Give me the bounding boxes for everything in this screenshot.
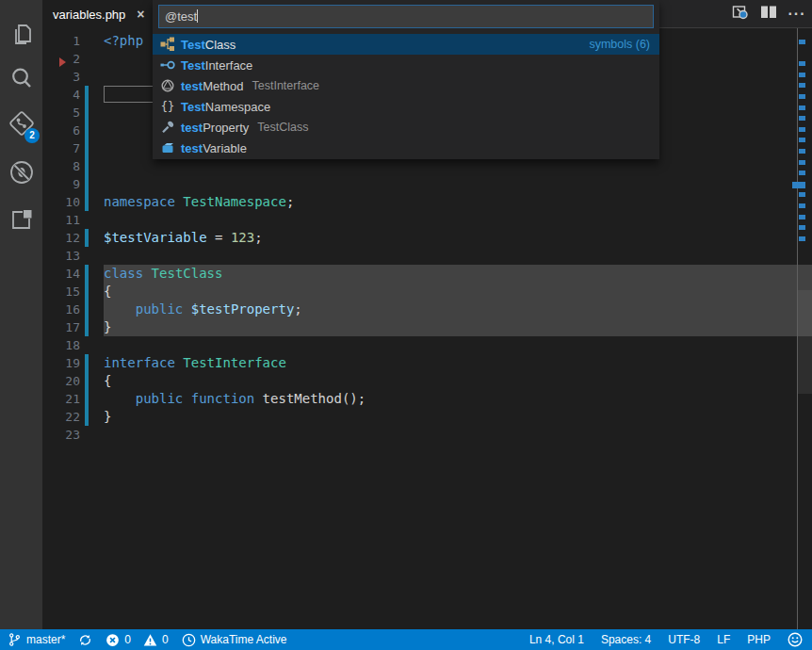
overview-ruler-mark	[799, 40, 805, 44]
code-line[interactable]: 17 }	[42, 318, 812, 336]
overview-ruler-mark	[799, 171, 805, 175]
gutter-modified-bar	[85, 354, 89, 426]
code-line[interactable]: 23	[42, 426, 812, 444]
line-content: interface TestInterface	[104, 354, 286, 372]
code-line[interactable]: 9	[42, 175, 812, 193]
status-bar: master*	[0, 629, 812, 650]
encoding-indicator[interactable]: UTF-8	[668, 633, 700, 646]
gutter-modified-bar	[85, 229, 89, 247]
variable-icon	[160, 140, 175, 155]
code-line[interactable]: 14 class TestClass	[42, 265, 812, 283]
symbols-count-badge: symbols (6)	[589, 38, 650, 51]
line-content: {	[104, 372, 111, 390]
symbol-item-TestNamespace[interactable]: {} TestNamespace	[153, 96, 659, 117]
sidebar-item-extensions[interactable]	[0, 198, 42, 240]
code-line[interactable]: 11	[42, 211, 812, 229]
line-number: 15	[42, 283, 80, 301]
code-line[interactable]: 12 $testVariable = 123;	[42, 229, 812, 247]
preview-search-icon	[732, 4, 749, 24]
code-line[interactable]: 18	[42, 336, 812, 354]
code-line[interactable]: 15 {	[42, 283, 812, 301]
symbol-label: testProperty	[181, 121, 249, 135]
clock-icon	[182, 633, 196, 647]
line-number: 6	[42, 122, 80, 139]
overview-ruler-mark	[799, 138, 805, 142]
code-line[interactable]: 10 namespace TestNamespace;	[42, 193, 812, 211]
sidebar-item-source-control[interactable]: 2	[0, 102, 42, 144]
sidebar-item-search[interactable]	[0, 57, 42, 99]
problems-indicator[interactable]: 0 0	[106, 633, 168, 647]
code-line[interactable]: 19 interface TestInterface	[42, 354, 812, 372]
symbol-detail: TestInterface	[252, 79, 320, 92]
overview-ruler-mark	[792, 182, 805, 188]
line-number: 7	[42, 139, 80, 157]
line-number: 8	[42, 157, 80, 175]
overview-ruler-mark	[799, 61, 805, 66]
split-editor-button[interactable]	[757, 3, 780, 25]
overview-ruler-mark	[799, 203, 805, 208]
overview-ruler-mark	[799, 116, 805, 121]
line-content: }	[104, 318, 111, 336]
code-line[interactable]: 20 {	[42, 372, 812, 390]
cursor-position[interactable]: Ln 4, Col 1	[529, 633, 584, 646]
code-line[interactable]: 21 public function testMethod();	[42, 390, 812, 408]
symbol-item-testVariable[interactable]: testVariable	[153, 138, 659, 158]
eol-label: LF	[717, 633, 730, 646]
line-number: 22	[42, 408, 80, 426]
line-number: 10	[42, 193, 80, 211]
symbol-label: TestInterface	[181, 58, 252, 73]
smiley-icon	[788, 632, 803, 647]
overview-ruler-mark	[799, 73, 805, 77]
line-content: public function testMethod();	[104, 390, 365, 408]
tab-variables-php[interactable]: variables.php ×	[42, 0, 155, 28]
gutter-modified-bar	[85, 86, 89, 211]
error-marker-icon	[59, 57, 66, 67]
overview-ruler-mark	[799, 127, 805, 132]
symbol-item-TestClass[interactable]: TestClass symbols (6)	[153, 34, 659, 55]
line-number: 21	[42, 390, 80, 408]
close-icon[interactable]: ×	[137, 8, 144, 21]
tab-title: variables.php	[53, 8, 125, 22]
code-line[interactable]: 22 }	[42, 408, 812, 426]
line-number: 23	[42, 426, 80, 444]
encoding-label: UTF-8	[668, 633, 700, 646]
text-caret	[197, 9, 198, 23]
error-count: 0	[124, 633, 131, 646]
symbol-item-testProperty[interactable]: testProperty TestClass	[153, 117, 659, 138]
warning-count: 0	[162, 633, 169, 646]
line-content: }	[104, 408, 111, 426]
open-preview-button[interactable]	[729, 3, 752, 25]
feedback-button[interactable]	[788, 632, 803, 647]
overview-ruler-mark	[799, 192, 805, 197]
code-line[interactable]: 16 public $testProperty;	[42, 301, 812, 318]
code-line[interactable]: 13	[42, 247, 812, 265]
symbol-item-TestInterface[interactable]: TestInterface	[153, 55, 659, 75]
symbol-list: TestClass symbols (6) TestInterface test…	[153, 34, 659, 158]
line-number: 16	[42, 301, 80, 318]
method-icon	[160, 78, 175, 93]
symbol-item-testMethod[interactable]: testMethod TestInterface	[153, 75, 659, 96]
sidebar-item-explorer[interactable]	[0, 13, 42, 56]
language-mode[interactable]: PHP	[747, 633, 771, 646]
quick-open-input[interactable]: @test	[158, 5, 654, 28]
editor-actions: ···	[729, 0, 808, 28]
line-number: 14	[42, 265, 80, 283]
sidebar-item-debug[interactable]	[0, 151, 42, 193]
code-line[interactable]: 8	[42, 157, 812, 175]
eol-indicator[interactable]: LF	[717, 633, 730, 646]
line-number: 12	[42, 229, 80, 247]
sync-button[interactable]	[78, 633, 92, 647]
vertical-scrollbar[interactable]	[798, 290, 812, 394]
more-actions-button[interactable]: ···	[786, 3, 808, 25]
branch-indicator[interactable]: master*	[8, 632, 65, 647]
quick-open-widget: @test TestClass symbols (6) TestInterfac…	[153, 0, 659, 159]
indentation-indicator[interactable]: Spaces: 4	[601, 633, 651, 646]
files-icon	[8, 22, 35, 48]
line-number: 17	[42, 318, 80, 336]
wakatime-indicator[interactable]: WakaTime Active	[182, 633, 287, 647]
property-icon	[160, 120, 175, 135]
overview-ruler-mark	[799, 94, 805, 99]
sync-icon	[78, 633, 92, 647]
warning-icon	[143, 633, 157, 647]
line-content: <?php	[104, 32, 143, 50]
